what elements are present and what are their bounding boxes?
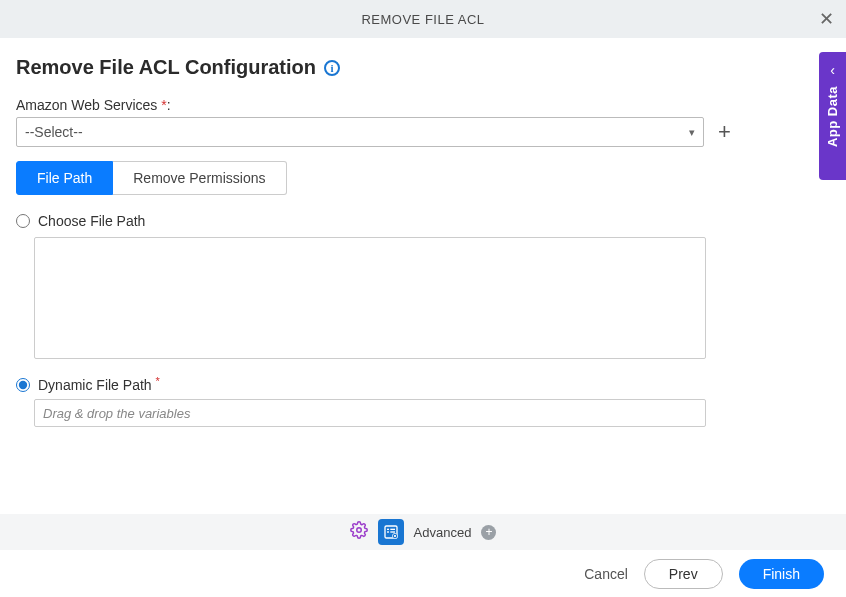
add-connection-button[interactable]: + bbox=[714, 121, 735, 143]
advanced-label: Advanced bbox=[414, 525, 472, 540]
app-data-side-tab[interactable]: ‹ App Data bbox=[819, 52, 846, 180]
dialog-header: REMOVE FILE ACL ✕ bbox=[0, 0, 846, 38]
finish-button[interactable]: Finish bbox=[739, 559, 824, 589]
dynamic-file-path-row: Dynamic File Path * bbox=[16, 377, 830, 393]
dialog-body: Remove File ACL Configuration i Amazon W… bbox=[0, 38, 846, 427]
tab-remove-permissions[interactable]: Remove Permissions bbox=[113, 161, 286, 195]
advanced-bar: Advanced + bbox=[0, 514, 846, 550]
cancel-button[interactable]: Cancel bbox=[584, 566, 628, 582]
form-list-icon[interactable] bbox=[378, 519, 404, 545]
svg-rect-4 bbox=[387, 531, 389, 532]
aws-select-row: --Select-- + bbox=[16, 117, 830, 147]
choose-file-path-label[interactable]: Choose File Path bbox=[38, 213, 145, 229]
svg-rect-3 bbox=[390, 529, 395, 530]
prev-button[interactable]: Prev bbox=[644, 559, 723, 589]
dynamic-required-asterisk: * bbox=[156, 375, 160, 387]
choose-file-path-textarea[interactable] bbox=[34, 237, 706, 359]
tab-file-path-label: File Path bbox=[37, 170, 92, 186]
dialog-footer: Cancel Prev Finish bbox=[0, 550, 846, 597]
aws-label-text: Amazon Web Services bbox=[16, 97, 161, 113]
tab-file-path[interactable]: File Path bbox=[16, 161, 113, 195]
choose-file-path-row: Choose File Path bbox=[16, 213, 830, 229]
aws-field-label: Amazon Web Services *: bbox=[16, 97, 830, 113]
tab-remove-permissions-label: Remove Permissions bbox=[133, 170, 265, 186]
aws-select-value: --Select-- bbox=[25, 124, 83, 140]
dynamic-file-path-radio[interactable] bbox=[16, 378, 30, 392]
dynamic-file-path-input[interactable] bbox=[34, 399, 706, 427]
chevron-left-icon: ‹ bbox=[830, 62, 835, 78]
advanced-expand-icon[interactable]: + bbox=[481, 525, 496, 540]
choose-file-path-radio[interactable] bbox=[16, 214, 30, 228]
svg-rect-2 bbox=[387, 529, 389, 530]
page-title-row: Remove File ACL Configuration i bbox=[16, 56, 830, 79]
aws-select[interactable]: --Select-- bbox=[16, 117, 704, 147]
close-icon[interactable]: ✕ bbox=[819, 10, 835, 28]
dynamic-file-path-label[interactable]: Dynamic File Path bbox=[38, 377, 152, 393]
info-icon[interactable]: i bbox=[324, 60, 340, 76]
tab-strip: File Path Remove Permissions bbox=[16, 161, 830, 195]
svg-point-0 bbox=[356, 528, 361, 533]
aws-colon: : bbox=[167, 97, 171, 113]
svg-rect-5 bbox=[390, 531, 395, 532]
gear-icon[interactable] bbox=[350, 521, 368, 543]
page-title: Remove File ACL Configuration bbox=[16, 56, 316, 79]
app-data-label: App Data bbox=[825, 86, 840, 147]
dialog-title: REMOVE FILE ACL bbox=[361, 12, 484, 27]
